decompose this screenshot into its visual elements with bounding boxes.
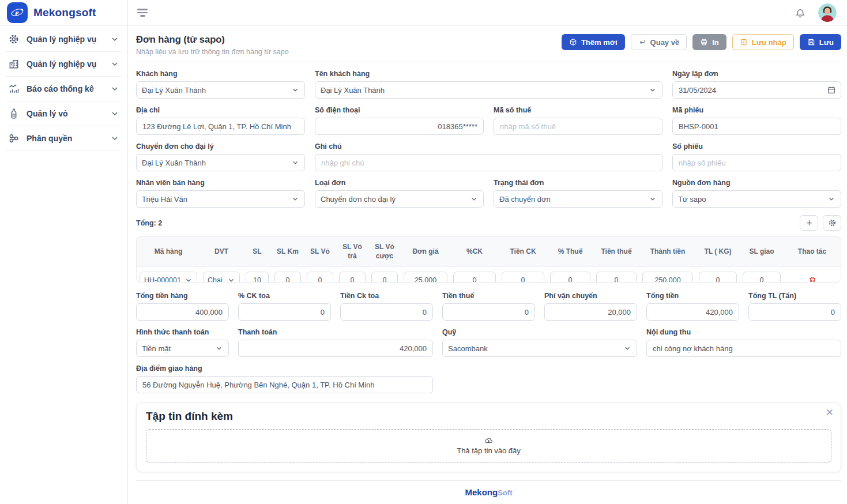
menu-toggle-icon[interactable] xyxy=(137,9,149,17)
chevron-down-icon xyxy=(110,109,119,118)
add-new-button[interactable]: Thêm mới xyxy=(562,34,625,50)
qty-vo-cuoc-input[interactable] xyxy=(371,272,398,283)
customer-name-select[interactable]: Đại Lý Xuân Thành xyxy=(315,81,662,99)
shipping-fee-input[interactable] xyxy=(544,303,637,321)
page-content: Đơn hàng (từ sapo) Nhập liệu và lưu trữ … xyxy=(128,26,847,504)
field-so-dien-thoai: Số điện thoại xyxy=(315,106,484,135)
sidebar-item-quan-ly-nghiep-vu-1[interactable]: Quản lý nghiệp vụ xyxy=(5,27,123,51)
notifications-bell-icon[interactable] xyxy=(794,6,807,19)
field-label: Số phiếu xyxy=(672,142,841,151)
sidebar-item-label: Quản lý nghiệp vụ xyxy=(27,59,103,69)
print-button[interactable]: In xyxy=(692,34,726,50)
field-label: Nội dung thu xyxy=(646,328,841,336)
qty-vo-tra-input[interactable] xyxy=(339,272,366,283)
col-header: SL Vỏ trả xyxy=(336,237,368,266)
field-chuyen-don-cho-dai-ly: Chuyển đơn cho đại lý Đại Lý Xuân Thành xyxy=(136,142,305,171)
col-header: %CK xyxy=(450,242,499,262)
chevron-down-icon xyxy=(649,86,657,94)
transfer-agent-select[interactable]: Đại Lý Xuân Thành xyxy=(136,154,305,171)
order-status-select[interactable]: Đã chuyển đơn xyxy=(494,190,662,208)
items-table: Mã hàng DVT SL SL Km SL Vỏ SL Vỏ trả SL … xyxy=(136,236,841,283)
discount-pct-input[interactable] xyxy=(453,272,496,283)
divider xyxy=(6,151,122,151)
address-input[interactable] xyxy=(136,118,305,135)
add-row-button[interactable] xyxy=(800,215,818,231)
main-area: Đơn hàng (từ sapo) Nhập liệu và lưu trữ … xyxy=(128,0,847,504)
save-disk-icon xyxy=(807,38,815,46)
qty-input[interactable] xyxy=(246,272,269,283)
field-tien-ck-toa: Tiền Ck toa xyxy=(340,292,433,321)
weight-input[interactable] xyxy=(699,272,737,283)
chevron-down-icon xyxy=(291,86,299,94)
back-button[interactable]: Quay về xyxy=(631,34,687,50)
field-noi-dung-thu: Nội dung thu xyxy=(646,328,841,357)
field-tien-thue: Tiền thuế xyxy=(442,292,535,321)
chevron-down-icon xyxy=(227,276,235,283)
sidebar-item-quan-ly-vo[interactable]: Quản lý vỏ xyxy=(5,101,123,126)
save-draft-button[interactable]: Lưu nháp xyxy=(732,34,794,50)
receipt-content-input[interactable] xyxy=(646,340,841,357)
total-weight-input[interactable] xyxy=(748,303,841,321)
discount-amount-input[interactable] xyxy=(502,272,544,283)
col-header: Mã hàng xyxy=(137,242,200,262)
field-label: Thanh toán xyxy=(238,328,433,336)
delivery-address-input[interactable] xyxy=(136,376,433,393)
total-goods-input[interactable] xyxy=(136,303,229,321)
sidebar-nav: Quản lý nghiệp vụ Quản lý nghiệp vụ Báo … xyxy=(0,26,127,152)
col-header: TL ( KG) xyxy=(696,242,740,262)
order-date-input[interactable] xyxy=(672,81,841,99)
unit-price-input[interactable] xyxy=(404,272,447,283)
delete-row-button[interactable] xyxy=(808,276,817,283)
qty-delivered-input[interactable] xyxy=(743,272,781,283)
col-header: DVT xyxy=(200,242,243,262)
tien-ck-toa-input[interactable] xyxy=(340,303,433,321)
order-source-select[interactable]: Từ sapo xyxy=(672,190,841,208)
footer: MekongSoft xyxy=(136,480,841,504)
cloud-upload-icon xyxy=(484,437,493,445)
payment-input[interactable] xyxy=(238,340,433,357)
unit-select[interactable]: Chai xyxy=(203,272,240,283)
col-header: % Thuế xyxy=(547,242,593,262)
tax-code-input[interactable] xyxy=(494,118,662,135)
attachments-card: Tập tin đính kèm ✕ Thả tập tin vào đây xyxy=(136,403,841,472)
order-type-select[interactable]: Chuyển đơn cho đại lý xyxy=(315,190,484,208)
topbar xyxy=(128,0,847,26)
customer-select[interactable]: Đại Lý Xuân Thành xyxy=(136,81,305,99)
chevron-down-icon xyxy=(185,276,193,283)
note-input[interactable] xyxy=(315,154,662,171)
return-arrow-icon xyxy=(638,38,646,46)
tax-amount-input[interactable] xyxy=(596,272,637,283)
qty-vo-input[interactable] xyxy=(307,272,333,283)
svg-text:e: e xyxy=(15,8,19,17)
fund-select[interactable]: Sacombank xyxy=(442,340,637,357)
tax-pct-input[interactable] xyxy=(550,272,590,283)
save-button[interactable]: Lưu xyxy=(800,34,841,50)
ticket-number-input[interactable] xyxy=(672,154,841,171)
sidebar-item-quan-ly-nghiep-vu-2[interactable]: Quản lý nghiệp vụ xyxy=(5,52,123,76)
field-label: Tổng tiền xyxy=(646,292,739,300)
product-code-select[interactable]: HH-000001 xyxy=(140,272,197,283)
field-phi-van-chuyen: Phí vận chuyển xyxy=(544,292,637,321)
phone-input[interactable] xyxy=(315,118,484,135)
qty-km-input[interactable] xyxy=(274,272,301,283)
salesperson-select[interactable]: Triệu Hải Vân xyxy=(136,190,305,208)
sidebar-item-phan-quyen[interactable]: Phân quyền xyxy=(5,126,123,151)
chevron-down-icon xyxy=(215,344,223,352)
payment-method-select[interactable]: Tiền mặt xyxy=(136,340,229,357)
sidebar-item-bao-cao-thong-ke[interactable]: Báo cáo thống kê xyxy=(5,77,123,101)
line-total-input[interactable] xyxy=(642,272,693,283)
user-avatar[interactable] xyxy=(818,3,837,22)
summary-tax-input[interactable] xyxy=(442,303,535,321)
field-ma-phieu: Mã phiếu xyxy=(672,106,841,135)
grand-total-input[interactable] xyxy=(646,303,739,321)
field-tong-tl: Tổng TL (Tấn) xyxy=(748,292,841,321)
col-header: Đơn giá xyxy=(401,242,450,262)
col-header: SL giao xyxy=(740,242,784,262)
field-khach-hang: Khách hàng Đại Lý Xuân Thành xyxy=(136,70,305,99)
pct-ck-toa-input[interactable] xyxy=(238,303,331,321)
table-settings-button[interactable] xyxy=(823,215,841,231)
dropzone-text: Thả tập tin vào đây xyxy=(457,446,521,455)
close-icon[interactable]: ✕ xyxy=(826,408,834,418)
file-dropzone[interactable]: Thả tập tin vào đây xyxy=(146,429,831,462)
receipt-code-input[interactable] xyxy=(672,118,841,135)
